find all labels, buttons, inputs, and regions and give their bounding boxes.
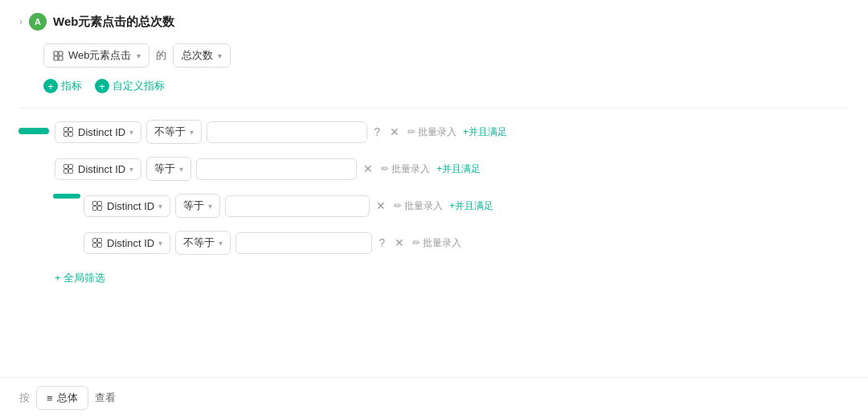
svg-rect-2 — [54, 56, 58, 60]
field-label-3: Distinct ID — [107, 200, 154, 212]
target-icon — [52, 50, 63, 61]
filter-value-input-3[interactable] — [225, 195, 370, 217]
svg-rect-13 — [98, 202, 102, 206]
svg-rect-1 — [59, 51, 63, 55]
view-label[interactable]: 查看 — [95, 391, 116, 405]
field-icon-1 — [63, 126, 74, 137]
operator-label-1: 不等于 — [154, 125, 186, 139]
batch-entry-link-1[interactable]: ✏ 批量录入 — [407, 125, 457, 139]
svg-rect-19 — [98, 244, 102, 248]
svg-rect-17 — [98, 239, 102, 243]
measure-label: 总次数 — [182, 48, 213, 63]
close-button-1[interactable]: ✕ — [388, 124, 401, 140]
filter-row-2: Distinct ID ▾ 等于 ▾ ✕ ✏ 批量录入 +并且满足 — [55, 157, 849, 181]
operator-selector-1[interactable]: 不等于 ▾ — [146, 120, 202, 144]
svg-rect-4 — [64, 128, 68, 132]
measure-selector[interactable]: 总次数 ▾ — [173, 43, 231, 68]
help-button-1[interactable]: ? — [372, 124, 382, 140]
field-dropdown-icon-3: ▾ — [158, 202, 162, 211]
and-satisfy-link-1[interactable]: +并且满足 — [463, 125, 507, 139]
help-button-4[interactable]: ? — [377, 235, 387, 251]
svg-rect-15 — [98, 207, 102, 211]
global-filter-section: + 全局筛选 — [55, 271, 849, 285]
event-label: Web元素点击 — [68, 48, 132, 63]
edit-icon-4: ✏ — [412, 237, 420, 248]
close-button-4[interactable]: ✕ — [393, 235, 406, 251]
edit-icon-2: ✏ — [381, 163, 389, 174]
svg-rect-9 — [69, 165, 73, 169]
add-metric-button[interactable]: + 指标 — [43, 79, 82, 93]
edit-icon-1: ✏ — [407, 126, 416, 137]
and-satisfy-link-3[interactable]: +并且满足 — [449, 199, 493, 213]
operator-selector-2[interactable]: 等于 ▾ — [146, 157, 191, 181]
field-label-4: Distinct ID — [107, 237, 154, 249]
operator-label-4: 不等于 — [183, 236, 215, 250]
page-title: Web元素点击的总次数 — [53, 14, 174, 30]
and-satisfy-link-2[interactable]: +并且满足 — [436, 162, 481, 176]
outer-and-tag[interactable]: 且或 — [18, 128, 49, 134]
svg-rect-12 — [93, 202, 97, 206]
field-selector-1[interactable]: Distinct ID ▾ — [55, 121, 141, 143]
by-label: 按 — [19, 391, 30, 405]
bottom-bar: 按 ≡ 总体 查看 — [0, 377, 868, 418]
batch-entry-link-3[interactable]: ✏ 批量录入 — [394, 199, 443, 213]
svg-rect-16 — [93, 239, 97, 243]
operator-dropdown-icon-3: ▾ — [208, 202, 212, 211]
batch-entry-link-2[interactable]: ✏ 批量录入 — [381, 162, 430, 176]
operator-label-2: 等于 — [154, 162, 175, 176]
operator-dropdown-icon-4: ▾ — [219, 239, 223, 248]
field-dropdown-icon-2: ▾ — [129, 165, 133, 174]
field-label-1: Distinct ID — [78, 126, 125, 138]
nested-rows: Distinct ID ▾ 等于 ▾ ✕ ✏ 批量录入 — [84, 194, 849, 261]
filter-actions-1: ? ✕ ✏ 批量录入 +并且满足 — [372, 124, 507, 140]
operator-selector-3[interactable]: 等于 ▾ — [175, 194, 220, 218]
event-selector[interactable]: Web元素点击 ▾ — [43, 43, 149, 68]
nested-logic-tags: 且或 — [55, 194, 79, 261]
svg-rect-8 — [64, 165, 68, 169]
svg-rect-7 — [69, 133, 73, 137]
outer-logic-tags: 且或 — [19, 120, 48, 285]
plus-icon: + — [43, 79, 58, 93]
metric-row: Web元素点击 ▾ 的 总次数 ▾ — [43, 43, 849, 68]
add-custom-metric-button[interactable]: + 自定义指标 — [95, 79, 165, 93]
filter-value-input-4[interactable] — [235, 232, 372, 254]
filter-row-4: Distinct ID ▾ 不等于 ▾ ? ✕ ✏ — [84, 231, 849, 255]
avatar: A — [29, 13, 47, 31]
field-selector-3[interactable]: Distinct ID ▾ — [84, 195, 170, 217]
field-label-2: Distinct ID — [78, 163, 125, 175]
svg-rect-18 — [93, 244, 97, 248]
field-icon-4 — [92, 237, 103, 248]
global-filter-button[interactable]: + 全局筛选 — [55, 271, 105, 285]
operator-selector-4[interactable]: 不等于 ▾ — [175, 231, 231, 255]
add-buttons-row: + 指标 + 自定义指标 — [43, 79, 849, 93]
field-selector-2[interactable]: Distinct ID ▾ — [55, 158, 141, 180]
divider — [19, 108, 849, 109]
close-button-3[interactable]: ✕ — [375, 198, 387, 214]
filter-actions-4: ? ✕ ✏ 批量录入 — [377, 235, 461, 251]
plus-icon-2: + — [95, 79, 109, 93]
of-text: 的 — [156, 48, 166, 63]
svg-rect-3 — [59, 56, 63, 60]
add-metric-label: 指标 — [61, 79, 82, 93]
batch-entry-link-4[interactable]: ✏ 批量录入 — [412, 236, 461, 250]
filter-section: 且或 Distinct ID ▾ — [19, 120, 849, 285]
filter-value-input-1[interactable] — [207, 121, 367, 143]
event-dropdown-icon: ▾ — [137, 51, 141, 60]
filter-row-3: Distinct ID ▾ 等于 ▾ ✕ ✏ 批量录入 — [84, 194, 849, 218]
edit-icon-3: ✏ — [394, 200, 402, 211]
filter-actions-3: ✕ ✏ 批量录入 +并且满足 — [375, 198, 493, 214]
field-dropdown-icon-1: ▾ — [129, 128, 133, 137]
global-filter-label: + 全局筛选 — [55, 271, 105, 285]
operator-dropdown-icon-2: ▾ — [179, 165, 183, 174]
svg-rect-5 — [69, 128, 73, 132]
nested-and-tag[interactable]: 且或 — [53, 194, 80, 199]
filter-actions-2: ✕ ✏ 批量录入 +并且满足 — [362, 161, 481, 177]
chevron-right-icon[interactable]: › — [19, 16, 23, 27]
total-tab[interactable]: ≡ 总体 — [36, 386, 88, 410]
close-button-2[interactable]: ✕ — [362, 161, 375, 177]
operator-label-3: 等于 — [183, 199, 204, 213]
add-custom-label: 自定义指标 — [113, 79, 165, 93]
filter-rows: Distinct ID ▾ 不等于 ▾ ? ✕ ✏ 批量录入 +并且满足 — [55, 120, 849, 285]
filter-value-input-2[interactable] — [196, 158, 357, 180]
field-selector-4[interactable]: Distinct ID ▾ — [84, 232, 170, 254]
